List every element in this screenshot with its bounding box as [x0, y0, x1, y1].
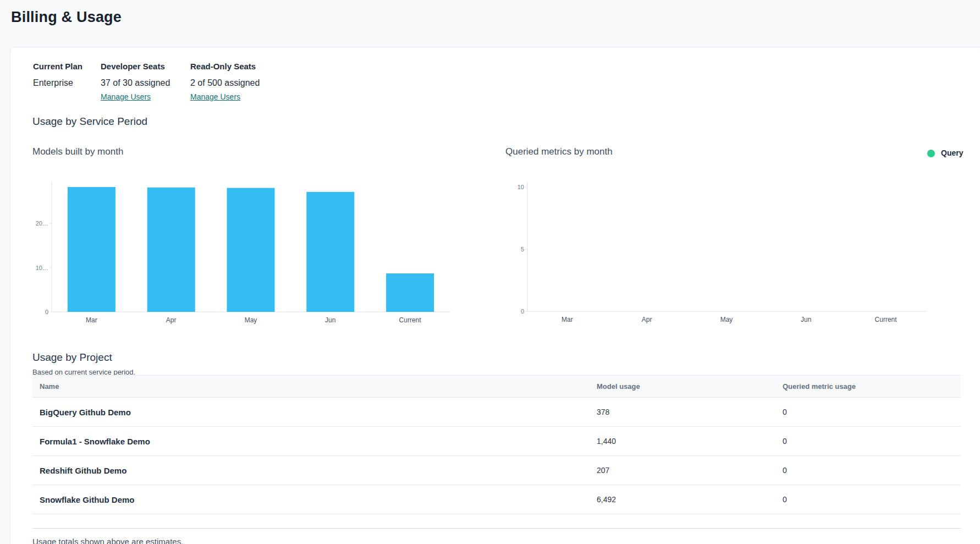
project-name-cell: Redshift Github Demo — [40, 466, 126, 475]
manage-users-link-readonly[interactable]: Manage Users — [190, 92, 240, 101]
x-tick-label: Current — [399, 316, 422, 324]
x-tick-label: May — [720, 316, 733, 323]
x-tick-label: May — [245, 316, 257, 324]
usage-by-service-period-heading: Usage by Service Period — [32, 116, 147, 128]
usage-estimates-note: Usage totals shown above are estimates. — [32, 537, 183, 544]
table-row: Snowflake Github Demo6,4920 — [32, 485, 961, 514]
bar-current[interactable] — [386, 273, 434, 312]
billing-card: Current Plan Enterprise Developer Seats … — [10, 47, 980, 544]
x-tick-label: Current — [875, 316, 898, 323]
model-usage-cell: 6,492 — [597, 495, 616, 504]
bar-jun[interactable] — [306, 192, 354, 312]
bar-mar[interactable] — [68, 187, 115, 312]
models-built-by-month-chart: 010…20…MarAprMayJunCurrent — [34, 179, 463, 331]
project-name-cell: Formula1 - Snowflake Demo — [40, 437, 150, 446]
queried-metric-usage-cell: 0 — [783, 495, 787, 504]
queried-metric-usage-cell: 0 — [783, 466, 787, 475]
y-tick-label: 10… — [36, 265, 48, 271]
x-tick-label: Mar — [561, 316, 573, 323]
queried-metrics-chart-title: Queried metrics by month — [505, 146, 613, 157]
table-body: BigQuery Github Demo3780Formula1 - Snowf… — [32, 398, 961, 514]
x-tick-label: Apr — [166, 316, 177, 324]
y-tick-label: 0 — [45, 309, 48, 315]
usage-by-project-table: Name Model usage Queried metric usage Bi… — [32, 375, 961, 529]
table-row: Redshift Github Demo2070 — [32, 456, 961, 485]
developer-seats-label: Developer Seats — [101, 62, 165, 71]
table-row: Formula1 - Snowflake Demo1,4400 — [32, 427, 961, 456]
bar-apr[interactable] — [147, 188, 195, 312]
x-tick-label: Jun — [325, 316, 335, 324]
page-title: Billing & Usage — [11, 9, 122, 26]
table-row: BigQuery Github Demo3780 — [32, 398, 961, 427]
column-header-model-usage: Model usage — [597, 382, 640, 391]
y-tick-label: 20… — [36, 220, 48, 227]
bar-may[interactable] — [227, 188, 275, 312]
y-tick-label: 0 — [521, 308, 524, 315]
y-tick-label: 10 — [517, 184, 524, 190]
column-header-name: Name — [40, 382, 59, 391]
queried-metric-usage-cell: 0 — [783, 408, 787, 416]
x-tick-label: Mar — [86, 316, 97, 324]
developer-seats-value: 37 of 30 assigned — [101, 78, 170, 88]
billing-usage-page: Billing & Usage Current Plan Enterprise … — [0, 0, 980, 544]
queried-metric-usage-cell: 0 — [783, 437, 787, 446]
column-header-queried-metric-usage: Queried metric usage — [783, 382, 856, 391]
project-name-cell: BigQuery Github Demo — [40, 408, 131, 417]
y-tick-label: 5 — [521, 246, 524, 252]
read-only-seats-label: Read-Only Seats — [190, 62, 256, 71]
current-plan-value: Enterprise — [33, 78, 73, 88]
model-usage-cell: 378 — [597, 408, 609, 416]
x-tick-label: Apr — [642, 316, 652, 323]
x-tick-label: Jun — [801, 316, 811, 323]
project-name-cell: Snowflake Github Demo — [40, 495, 135, 504]
model-usage-cell: 1,440 — [597, 437, 616, 446]
usage-by-project-heading: Usage by Project — [32, 351, 112, 364]
manage-users-link-developer[interactable]: Manage Users — [101, 92, 151, 101]
model-usage-cell: 207 — [597, 466, 609, 475]
current-plan-label: Current Plan — [33, 62, 82, 71]
query-legend-label: Query — [941, 149, 963, 157]
models-built-chart-title: Models built by month — [32, 146, 123, 157]
queried-metrics-by-month-chart: 0510MarAprMayJunCurrent — [506, 179, 941, 331]
table-bottom-spacer — [32, 514, 961, 529]
query-legend-dot-icon — [927, 150, 935, 157]
read-only-seats-value: 2 of 500 assigned — [190, 78, 260, 88]
table-header-row: Name Model usage Queried metric usage — [32, 376, 961, 398]
